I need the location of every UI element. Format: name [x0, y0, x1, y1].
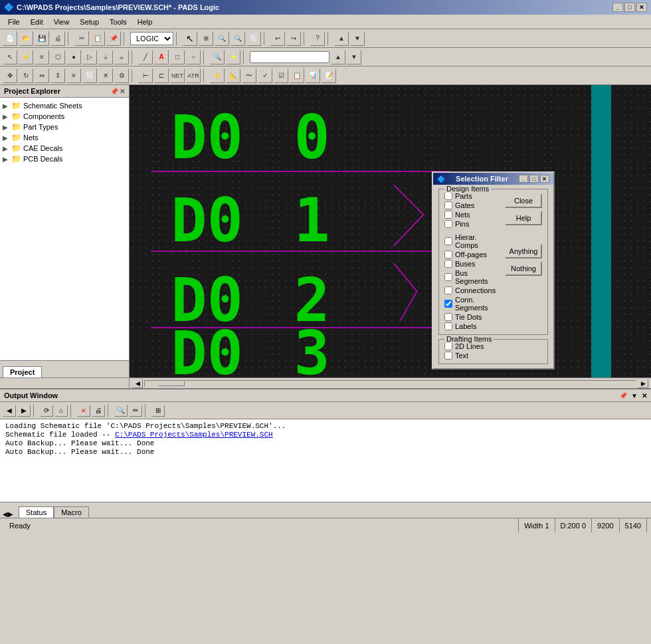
help-button[interactable]: ? [310, 31, 325, 46]
flip-button[interactable]: ⇕ [50, 68, 65, 83]
copy-button[interactable]: 📋 [90, 31, 105, 46]
report-button[interactable]: 📊 [306, 68, 320, 83]
ow-back-button[interactable]: ◀ [3, 405, 16, 417]
attr-button[interactable]: ATR [186, 68, 201, 83]
pe-close-button[interactable]: ✕ [120, 88, 125, 95]
draw-text[interactable]: A [154, 50, 169, 64]
close-button[interactable]: Close [505, 193, 542, 208]
select-button[interactable]: ↖ [183, 31, 197, 46]
properties-button[interactable]: ⚙ [114, 68, 129, 83]
ow-pin-button[interactable]: 📌 [619, 392, 627, 399]
minimize-button[interactable]: _ [612, 3, 623, 12]
cb-text[interactable] [444, 352, 452, 360]
tb-up[interactable]: ▲ [334, 31, 349, 46]
cb-2dlines[interactable] [444, 342, 452, 350]
script-button[interactable]: 📝 [322, 68, 336, 83]
bus-tap-button[interactable]: ⊏ [154, 68, 169, 83]
redo-button[interactable]: ↪ [286, 31, 301, 46]
ow-find-button[interactable]: 🔍 [114, 405, 128, 417]
cb-connections[interactable] [444, 286, 452, 294]
draw-circle[interactable]: ○ [186, 50, 201, 64]
open-button[interactable]: 📂 [19, 31, 33, 46]
cb-tie-dots[interactable] [444, 313, 452, 321]
tree-item-components[interactable]: ▶ 📁 Components [3, 111, 126, 122]
rules-button[interactable]: ✓ [258, 68, 272, 83]
tree-item-nets[interactable]: ▶ 📁 Nets [3, 132, 126, 143]
tb-down[interactable]: ▼ [350, 31, 365, 46]
draw-bus[interactable]: ≡ [35, 50, 49, 64]
sim-button[interactable]: 〜 [242, 68, 256, 83]
cb-hierar[interactable] [444, 237, 452, 245]
draw-line[interactable]: ╱ [138, 50, 153, 64]
pe-pin-button[interactable]: 📌 [110, 88, 118, 95]
search-input[interactable] [250, 51, 329, 63]
ow-link[interactable]: C:\PADS Projects\Samples\PREVIEW.SCH [115, 431, 273, 439]
zoom-fit-button[interactable]: ⊕ [199, 31, 213, 46]
print-button[interactable]: 🖨 [50, 31, 65, 46]
sf-close[interactable]: ✕ [540, 175, 549, 183]
anything-button[interactable]: Anything [505, 244, 542, 259]
sf-minimize[interactable]: _ [519, 175, 528, 183]
cb-parts[interactable] [444, 192, 452, 200]
menu-tools[interactable]: Tools [104, 17, 132, 27]
h-scrollbar-track[interactable] [144, 380, 636, 387]
tree-item-schematic-sheets[interactable]: ▶ 📁 Schematic Sheets [3, 100, 126, 111]
tab-project[interactable]: Project [3, 366, 42, 377]
menu-edit[interactable]: Edit [25, 17, 48, 27]
delete-button[interactable]: ✕ [98, 68, 113, 83]
scroll-left-button[interactable]: ◀ [132, 379, 143, 388]
check-button[interactable]: ☑ [274, 68, 288, 83]
zoom-in-button[interactable]: 🔍 [215, 31, 229, 46]
menu-help[interactable]: Help [132, 17, 158, 27]
draw-part[interactable]: ⬡ [50, 50, 65, 64]
h-scrollbar-thumb[interactable] [158, 381, 185, 386]
save-button[interactable]: 💾 [35, 31, 49, 46]
draw-net[interactable]: ⚡ [19, 50, 33, 64]
cb-buses[interactable] [444, 260, 452, 268]
tab-status[interactable]: Status [19, 506, 54, 518]
h-scrollbar[interactable]: ◀ ▶ [0, 377, 651, 388]
ow-close-button[interactable]: ✕ [642, 392, 647, 399]
highlight-button[interactable]: ★ [226, 50, 240, 64]
cb-gates[interactable] [444, 201, 452, 209]
undo-button[interactable]: ↩ [270, 31, 285, 46]
draw-power[interactable]: ⏚ [98, 50, 113, 64]
nothing-button[interactable]: Nothing [505, 261, 542, 276]
net-label-button[interactable]: NET [170, 68, 185, 83]
tree-item-pcb-decals[interactable]: ▶ 📁 PCB Decals [3, 154, 126, 164]
add-pin-button[interactable]: ⊢ [138, 68, 153, 83]
cb-nets[interactable] [444, 211, 452, 219]
cb-offpages[interactable] [444, 251, 452, 259]
cb-pins[interactable] [444, 220, 452, 228]
align-button[interactable]: ≡ [66, 68, 81, 83]
menu-file[interactable]: File [3, 17, 25, 27]
nav-up[interactable]: ▲ [331, 50, 345, 64]
paste-button[interactable]: 📌 [106, 31, 121, 46]
ow-grid-button[interactable]: ⊞ [151, 405, 165, 417]
sf-restore[interactable]: □ [529, 175, 539, 183]
tree-item-cae-decals[interactable]: ▶ 📁 CAE Decals [3, 143, 126, 154]
menu-setup[interactable]: Setup [74, 17, 104, 27]
mirror-button[interactable]: ⇔ [35, 68, 49, 83]
ow-arrow-button[interactable]: ▼ [631, 392, 638, 399]
ow-tab-next[interactable]: ▶ [8, 510, 13, 518]
bom-button[interactable]: 📋 [290, 68, 304, 83]
rotate-button[interactable]: ↻ [19, 68, 33, 83]
group-button[interactable]: ⬜ [82, 68, 97, 83]
maximize-button[interactable]: □ [624, 3, 635, 12]
ow-clear-button[interactable]: ✕ [77, 405, 90, 417]
ecad-button[interactable]: ⚡ [210, 68, 225, 83]
zoom-area-button[interactable]: ⬜ [246, 31, 261, 46]
pcb-button[interactable]: 📐 [226, 68, 240, 83]
close-button[interactable]: ✕ [636, 3, 647, 12]
draw-select[interactable]: ↖ [3, 50, 17, 64]
ow-tab-prev[interactable]: ◀ [3, 510, 8, 518]
draw-ground[interactable]: ⏛ [114, 50, 129, 64]
tab-macro[interactable]: Macro [54, 506, 89, 518]
ow-edit-button[interactable]: ✏ [129, 405, 142, 417]
canvas-area[interactable]: D0 0 D0 1 D0 2 D0 3 🔷 Selection Filt [130, 85, 651, 377]
find-button[interactable]: 🔍 [210, 50, 225, 64]
draw-junction[interactable]: ● [66, 50, 81, 64]
menu-view[interactable]: View [48, 17, 75, 27]
nav-down[interactable]: ▼ [347, 50, 361, 64]
